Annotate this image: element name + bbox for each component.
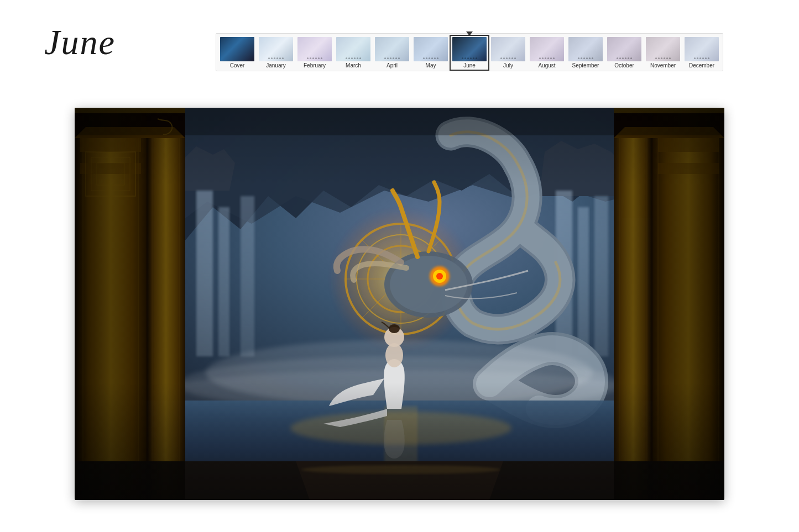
month-item-jul[interactable]: July [489,36,527,70]
month-label-sep: September [572,62,599,69]
page-title: June [44,23,116,62]
month-label-nov: November [650,62,676,69]
month-item-cover[interactable]: Cover [218,36,256,70]
month-label-aug: August [538,62,555,69]
month-thumbnail-mar [336,37,370,61]
title-area: June [44,22,116,63]
scene-overlay [75,108,724,500]
month-label-feb: February [304,62,326,69]
month-label-oct: October [614,62,634,69]
month-item-feb[interactable]: February [296,36,333,70]
month-item-sep[interactable]: September [567,36,604,70]
month-thumbnail-sep [568,37,603,61]
month-thumbnail-nov [646,37,680,61]
month-item-nov[interactable]: November [644,36,682,70]
month-item-dec[interactable]: December [683,36,720,70]
month-label-mar: March [346,62,361,69]
month-item-apr[interactable]: April [373,36,411,70]
month-thumbnail-apr [375,37,409,61]
month-thumbnail-jan [259,37,293,61]
month-label-jun: June [463,62,476,69]
active-month-arrow [466,31,473,36]
month-label-may: May [426,62,436,69]
month-item-mar[interactable]: March [335,36,372,70]
month-item-may[interactable]: May [412,36,450,70]
month-label-jul: July [503,62,513,69]
month-label-jan: January [266,62,286,69]
month-label-apr: April [387,62,398,69]
month-thumbnail-cover [220,37,254,61]
month-thumbnail-oct [607,37,641,61]
month-thumbnail-jun [452,37,487,61]
month-thumbnail-dec [685,37,719,61]
month-item-jan[interactable]: January [257,36,295,70]
month-item-aug[interactable]: August [528,36,566,70]
month-label-cover: Cover [230,62,245,69]
month-thumbnail-jul [491,37,525,61]
dragon-scene [75,108,724,500]
month-item-oct[interactable]: October [605,36,643,70]
month-thumbnail-aug [530,37,564,61]
month-thumbnail-feb [297,37,332,61]
month-thumbnail-may [414,37,448,61]
month-label-dec: December [689,62,714,69]
main-image [75,108,724,500]
month-strip: CoverJanuaryFebruaryMarchAprilMayJuneJul… [216,33,723,71]
month-item-jun[interactable]: June [451,36,488,70]
